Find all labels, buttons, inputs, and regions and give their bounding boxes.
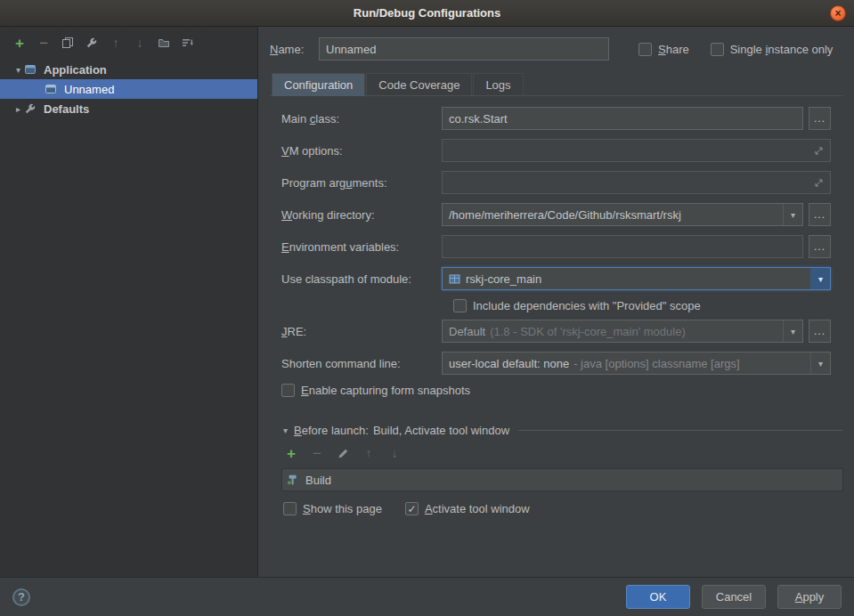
dropdown-arrow-icon[interactable]: ▾ [783,204,802,225]
expand-field-icon[interactable] [814,178,824,188]
show-this-page-checkbox[interactable]: Show this page [283,502,382,515]
tree-item-label: Defaults [44,102,89,116]
checkbox-box [453,299,467,312]
working-directory-label: Working directory: [281,208,442,222]
program-arguments-label: Program arguments: [281,176,442,190]
tree-item-label: Unnamed [64,83,114,96]
dropdown-arrow-icon[interactable]: ▾ [810,353,830,374]
expand-arrow-icon[interactable]: ▾ [12,65,24,75]
main-class-browse-button[interactable]: ... [809,107,831,130]
capture-snapshots-checkbox[interactable]: Enable capturing form snapshots [281,384,831,397]
add-configuration-button[interactable]: + [12,35,28,51]
arrow-down-icon: ↓ [392,447,398,459]
remove-configuration-button[interactable]: − [36,35,52,51]
tab-bar: Configuration Code Coverage Logs [270,73,843,96]
dropdown-arrow-icon[interactable]: ▾ [783,320,802,342]
collapse-arrow-icon[interactable]: ▾ [283,426,288,435]
task-item-label: Build [305,474,331,487]
include-provided-checkbox[interactable]: Include dependencies with "Provided" sco… [453,299,831,312]
wrench-icon [85,36,98,49]
main-class-input[interactable]: co.rsk.Start [442,107,803,130]
environment-variables-input[interactable] [442,235,803,258]
dropdown-arrow-icon[interactable]: ▾ [810,268,830,289]
expand-field-icon[interactable] [814,146,824,156]
checkbox-label: Enable capturing form snapshots [301,384,470,397]
run-debug-configurations-dialog: Run/Debug Configurations × + − ↑ ↓ [0,0,854,616]
dialog-footer: ? OK Cancel Apply [0,577,854,616]
remove-icon: − [313,446,321,461]
ellipsis-icon: ... [814,325,826,337]
tab-logs[interactable]: Logs [473,73,523,96]
name-input[interactable]: Unnamed [319,37,609,61]
arrow-up-icon: ↑ [113,36,119,49]
vm-options-input[interactable] [442,139,831,162]
arrow-up-icon: ↑ [366,447,372,459]
environment-variables-browse-button[interactable]: ... [809,235,831,258]
jre-label: JRE: [281,325,442,338]
before-launch-options: Show this page ✓ Activate tool window [283,502,843,515]
shorten-command-line-row: Shorten command line: user-local default… [281,352,831,375]
pencil-icon [338,448,349,459]
working-directory-browse-button[interactable]: ... [809,203,831,226]
shorten-command-line-label: Shorten command line: [281,357,442,370]
edit-templates-button[interactable] [84,35,100,51]
help-button[interactable]: ? [12,588,30,606]
checkbox-box: ✓ [405,502,419,515]
move-down-button[interactable]: ↓ [132,35,148,51]
copy-icon [61,36,74,49]
configurations-tree: ▾ Application Unnamed ▸ Defaults [0,57,257,118]
program-arguments-row: Program arguments: [281,171,831,194]
environment-variables-label: Environment variables: [281,240,442,254]
create-folder-button[interactable] [156,35,172,51]
before-launch-title: Before launch: [294,424,369,437]
edit-task-button[interactable] [335,445,351,461]
folder-icon [158,36,170,49]
module-icon [449,273,460,285]
tab-code-coverage[interactable]: Code Coverage [366,73,472,96]
tree-item-defaults[interactable]: ▸ Defaults [0,99,257,118]
name-label: Name: [270,43,319,56]
ok-button[interactable]: OK [626,585,690,609]
sidebar: + − ↑ ↓ ▾ Application [0,27,258,577]
working-directory-combo[interactable]: /home/meriherrera/Code/Github/rsksmart/r… [442,203,803,226]
sort-configurations-button[interactable] [180,35,196,51]
configuration-form: Main class: co.rsk.Start ... VM options: [270,96,843,397]
close-button[interactable]: × [830,5,846,21]
move-task-down-button[interactable]: ↓ [386,445,403,461]
before-launch-header[interactable]: ▾ Before launch: Build, Activate tool wi… [283,424,843,437]
tree-item-unnamed[interactable]: Unnamed [0,79,257,99]
share-checkbox[interactable]: Share [638,43,689,56]
shorten-command-line-combo[interactable]: user-local default: none - java [options… [442,352,831,375]
copy-configuration-button[interactable] [60,35,76,51]
jre-combo[interactable]: Default (1.8 - SDK of 'rskj-core_main' m… [442,320,803,343]
task-item-build[interactable]: Build [282,469,842,490]
configuration-editor: Name: Unnamed Share Single instance only… [259,27,854,577]
vm-options-row: VM options: [281,139,831,162]
checkbox-label: Activate tool window [425,502,530,515]
titlebar[interactable]: Run/Debug Configurations × [0,0,854,27]
before-launch-task-list: Build [281,468,843,491]
collapsed-arrow-icon[interactable]: ▸ [12,104,24,114]
use-classpath-label: Use classpath of module: [281,272,442,286]
environment-variables-row: Environment variables: ... [281,235,831,258]
ellipsis-icon: ... [814,112,826,125]
program-arguments-input[interactable] [442,171,831,194]
checkbox-label: Share [658,43,689,56]
move-task-up-button[interactable]: ↑ [361,445,377,461]
apply-button[interactable]: Apply [777,585,842,609]
activate-tool-window-checkbox[interactable]: ✓ Activate tool window [405,502,530,515]
checkbox-label: Show this page [303,502,382,515]
tree-item-application[interactable]: ▾ Application [0,60,257,79]
build-icon [287,474,299,486]
question-mark-icon: ? [18,590,25,604]
cancel-button[interactable]: Cancel [702,585,766,609]
remove-task-button[interactable]: − [309,445,325,461]
use-classpath-combo[interactable]: rskj-core_main ▾ [442,267,831,290]
add-icon: + [15,36,24,51]
tab-configuration[interactable]: Configuration [272,73,365,96]
jre-browse-button[interactable]: ... [809,320,831,343]
add-task-button[interactable]: + [283,445,299,461]
move-up-button[interactable]: ↑ [108,35,124,51]
single-instance-checkbox[interactable]: Single instance only [711,43,834,56]
ellipsis-icon: ... [814,208,826,221]
